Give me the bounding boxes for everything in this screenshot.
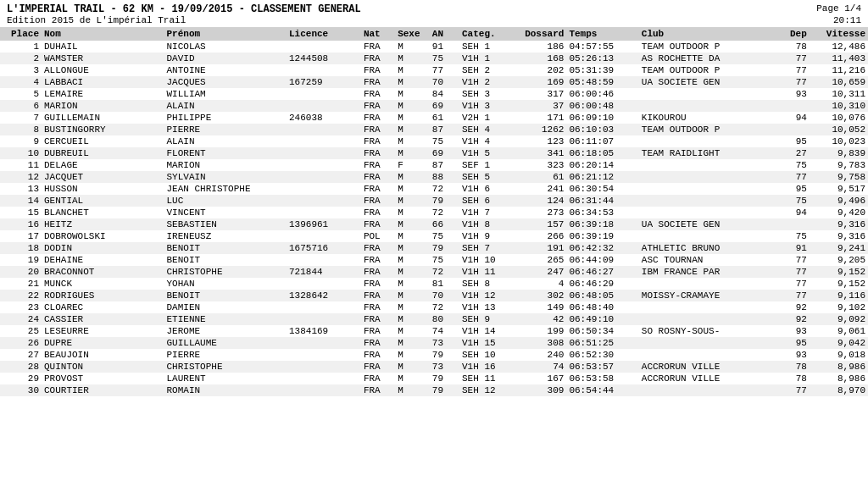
cell-nom: JACQUET [42,171,164,183]
cell-nom: LESEURRE [42,325,164,337]
cell-an: 88 [430,171,459,183]
cell-nat: FRA [361,64,395,76]
cell-dossard: 302 [508,290,566,301]
cell-place: 25 [0,325,42,337]
cell-dep: 77 [777,278,810,290]
cell-sexe: M [395,76,430,88]
cell-vitesse: 10,023 [810,135,868,147]
cell-dossard: 202 [508,64,566,76]
cell-sexe: M [395,266,430,278]
cell-an: 66 [430,218,459,230]
col-header-club: Club [639,27,777,41]
cell-licence: 246038 [287,112,361,124]
cell-dep: 93 [777,349,810,361]
table-row: 25LESEURREJEROME1384169FRAM74V1H 1419906… [0,325,868,337]
cell-place: 1 [0,41,42,53]
cell-nat: FRA [361,278,395,290]
cell-club: UA SOCIETE GEN [639,218,777,230]
cell-an: 77 [430,64,459,76]
cell-prenom: ALAIN [164,100,287,112]
cell-temps: 06:54:44 [566,384,638,396]
cell-dossard: 308 [508,337,566,349]
cell-an: 87 [430,124,459,135]
cell-temps: 06:42:32 [566,242,638,254]
cell-dossard: 167 [508,373,566,384]
cell-dossard: 171 [508,112,566,124]
cell-nom: WAMSTER [42,53,164,64]
cell-nat: FRA [361,349,395,361]
cell-club: TEAM OUTDOOR P [639,124,777,135]
table-row: 3ALLONGUEANTOINEFRAM77SEH 220205:31:39TE… [0,64,868,76]
table-row: 20BRACONNOTCHRISTOPHE721844FRAM72V1H 112… [0,266,868,278]
cell-an: 69 [430,147,459,159]
cell-vitesse: 9,152 [810,278,868,290]
table-row: 13HUSSONJEAN CHRISTOPHEFRAM72V1H 624106:… [0,183,868,195]
col-header-sexe: Sexe [395,27,430,41]
cell-licence [287,171,361,183]
cell-categ: SEH 12 [459,384,508,396]
cell-licence [287,301,361,313]
cell-prenom: DAMIEN [164,301,287,313]
cell-temps: 06:44:09 [566,254,638,266]
cell-vitesse: 10,052 [810,124,868,135]
cell-nat: FRA [361,373,395,384]
cell-licence [287,41,361,53]
cell-place: 16 [0,218,42,230]
cell-temps: 06:09:10 [566,112,638,124]
cell-club: ACCRORUN VILLE [639,361,777,373]
cell-temps: 06:46:29 [566,278,638,290]
cell-club: ASC TOURNAN [639,254,777,266]
cell-prenom: JEAN CHRISTOPHE [164,183,287,195]
cell-an: 70 [430,290,459,301]
cell-categ: V1H 1 [459,53,508,64]
cell-licence [287,159,361,171]
cell-place: 9 [0,135,42,147]
cell-dep: 78 [777,373,810,384]
cell-sexe: M [395,53,430,64]
table-row: 6MARIONALAINFRAM69V1H 33706:00:4810,310 [0,100,868,112]
cell-licence [287,361,361,373]
cell-dep: 94 [777,112,810,124]
cell-prenom: BENOIT [164,254,287,266]
cell-dossard: 168 [508,53,566,64]
cell-place: 22 [0,290,42,301]
cell-dep: 77 [777,266,810,278]
cell-vitesse: 8,986 [810,373,868,384]
cell-place: 3 [0,64,42,76]
page-info: Page 1/4 [816,3,861,14]
cell-club [639,100,777,112]
cell-vitesse: 9,092 [810,313,868,325]
cell-dossard: 124 [508,195,566,207]
cell-nom: QUINTON [42,361,164,373]
cell-licence [287,373,361,384]
cell-dossard: 273 [508,207,566,218]
cell-dep: 75 [777,195,810,207]
cell-licence [287,254,361,266]
cell-dossard: 191 [508,242,566,254]
cell-club: MOISSY-CRAMAYE [639,290,777,301]
cell-an: 70 [430,76,459,88]
col-header-prenom: Prénom [164,27,287,41]
cell-vitesse: 8,970 [810,384,868,396]
cell-licence [287,88,361,100]
table-row: 14GENTIALLUCFRAM79SEH 612406:31:44759,49… [0,195,868,207]
cell-dep: 95 [777,183,810,195]
cell-nom: GENTIAL [42,195,164,207]
table-row: 2WAMSTERDAVID1244508FRAM75V1H 116805:26:… [0,53,868,64]
cell-prenom: DAVID [164,53,287,64]
table-row: 7GUILLEMAINPHILIPPE246038FRAM61V2H 11710… [0,112,868,124]
cell-dep: 95 [777,337,810,349]
cell-dossard: 265 [508,254,566,266]
cell-prenom: JEROME [164,325,287,337]
cell-place: 18 [0,242,42,254]
cell-club: TEAM OUTDOOR P [639,64,777,76]
cell-dep [777,100,810,112]
cell-club [639,159,777,171]
cell-dep [777,218,810,230]
cell-nom: DELAGE [42,159,164,171]
cell-nat: FRA [361,135,395,147]
cell-nom: CASSIER [42,313,164,325]
cell-prenom: LAURENT [164,373,287,384]
cell-nat: FRA [361,159,395,171]
cell-nat: FRA [361,112,395,124]
